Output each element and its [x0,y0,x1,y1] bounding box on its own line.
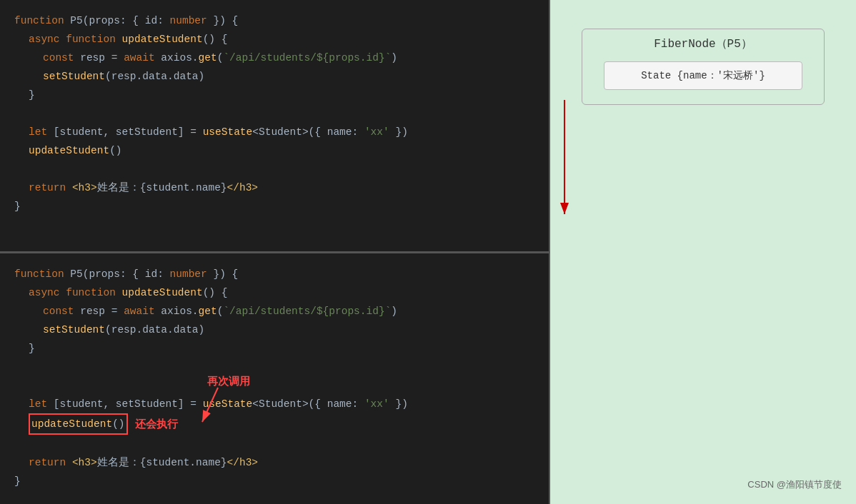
b-code-line-1: function P5(props: { id: number }) { [14,265,534,283]
b-code-line-11: } [14,472,534,490]
b-code-line-5: } [14,339,534,358]
re-call-annotation: 再次调用 [207,375,250,388]
csdn-watermark: CSDN @渔阳镇节度使 [747,478,842,491]
top-code-block: function P5(props: { id: number }) { asy… [0,0,549,253]
b-code-line-8: updateStudent() 还会执行 [14,413,534,435]
bottom-code-block: function P5(props: { id: number }) { asy… [0,253,549,505]
fiber-node-box: FiberNode（P5） State {name：'宋远桥'} [582,29,825,105]
left-panel: function P5(props: { id: number }) { asy… [0,0,550,504]
code-line-1: function P5(props: { id: number }) { [14,11,534,30]
code-line-2: async function updateStudent() { [14,30,534,49]
code-line-8: updateStudent() [14,141,534,160]
fiber-node-title: FiberNode（P5） [604,36,802,51]
b-code-line-7: let [student, setStudent] = useState<Stu… [14,395,534,413]
b-code-line-10: return <h3>姓名是：{student.name}</h3> [14,453,534,472]
b-code-line-2: async function updateStudent() { [14,283,534,302]
right-panel: FiberNode（P5） State {name：'宋远桥'} CSDN @渔… [550,0,856,504]
will-execute-annotation: 还会执行 [135,415,178,433]
code-line-5: } [14,86,534,104]
code-line-11: } [14,197,534,216]
state-value-box: State {name：'宋远桥'} [604,61,802,90]
b-code-line-3: const resp = await axios.get(`/api/stude… [14,302,534,321]
code-line-10: return <h3>姓名是：{student.name}</h3> [14,178,534,197]
code-line-7: let [student, setStudent] = useState<Stu… [14,123,534,141]
code-line-4: setStudent(resp.data.data) [14,67,534,86]
b-code-line-4: setStudent(resp.data.data) [14,321,534,339]
boxed-update-student: updateStudent() [29,413,128,435]
code-line-3: const resp = await axios.get(`/api/stude… [14,49,534,67]
